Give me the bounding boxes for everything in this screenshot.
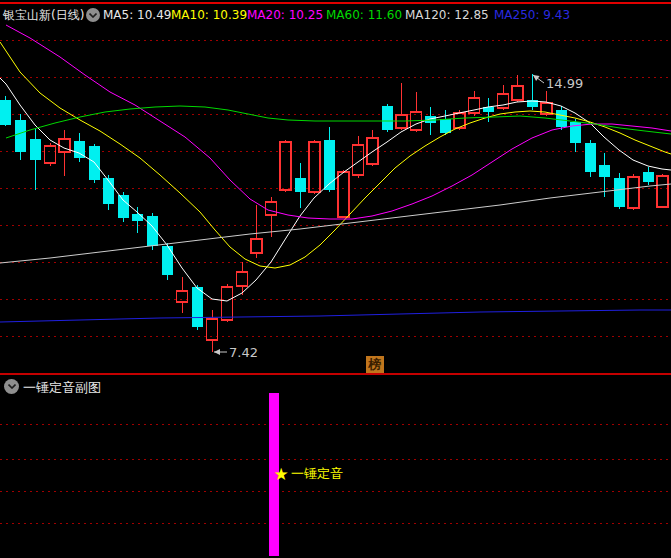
candle-up [45, 146, 56, 163]
candle-up [628, 177, 639, 208]
candle-down [132, 214, 143, 221]
ma-line-ma250 [0, 310, 671, 322]
candle-down [15, 120, 26, 152]
candle-up [237, 272, 248, 286]
price-annotation: 7.42 [229, 345, 258, 360]
candle-up [177, 291, 188, 302]
candle-up [353, 145, 364, 175]
ma5-label: MA5: 10.49 [103, 8, 171, 23]
chevron-down-icon [89, 13, 97, 18]
stock-title[interactable]: 银宝山新(日线) [3, 7, 84, 24]
candle-down [614, 178, 625, 207]
window-top-accent [0, 2, 671, 4]
candle-down [599, 165, 610, 177]
candle-down [103, 178, 114, 204]
collapse-indicator-button[interactable] [4, 379, 19, 394]
ma20-label: MA20: 10.25 [247, 8, 323, 23]
signal-star-icon: ★ [273, 464, 288, 484]
signal-label: 一锤定音 [291, 466, 343, 481]
candle-down [382, 106, 393, 130]
candle-up [266, 202, 277, 215]
candle-up [222, 287, 233, 320]
ma120-label: MA120: 12.85 [405, 8, 489, 23]
candle-up [338, 172, 349, 217]
candle-down [324, 140, 335, 190]
ma-line-ma5 [0, 78, 671, 301]
candle-up [280, 142, 291, 190]
candle-up [59, 139, 70, 152]
chevron-down-icon [8, 384, 16, 389]
candle-up [251, 239, 262, 253]
ma-line-ma120 [0, 184, 671, 263]
annotation-arrowhead [214, 349, 220, 355]
candle-down [295, 178, 306, 192]
candle-up [207, 319, 218, 340]
candle-up [512, 86, 523, 100]
candlestick-chart[interactable]: 7.4214.99★一锤定音 [0, 0, 671, 558]
candle-down [0, 100, 11, 125]
panel-separator[interactable] [0, 373, 671, 375]
ma60-label: MA60: 11.60 [326, 8, 402, 23]
rank-badge[interactable]: 榜 [366, 356, 384, 373]
stock-app-window: 银宝山新(日线) MA5: 10.49 MA10: 10.39 MA20: 10… [0, 0, 671, 558]
candle-down [556, 110, 567, 127]
annotation-arrowhead [533, 75, 540, 81]
candle-down [425, 116, 436, 123]
candle-down [118, 195, 129, 218]
candle-down [643, 172, 654, 182]
candle-down [89, 146, 100, 180]
candle-down [440, 119, 451, 133]
candle-down [192, 287, 203, 327]
price-annotation: 14.99 [546, 76, 583, 91]
candle-down [30, 139, 41, 160]
collapse-main-chart-button[interactable] [86, 8, 100, 22]
candle-up [657, 176, 668, 207]
ma250-label: MA250: 9.43 [494, 8, 570, 23]
candle-up [309, 142, 320, 192]
ma10-label: MA10: 10.39 [171, 8, 247, 23]
indicator-title: 一锤定音副图 [23, 379, 101, 397]
candle-down [585, 143, 596, 172]
